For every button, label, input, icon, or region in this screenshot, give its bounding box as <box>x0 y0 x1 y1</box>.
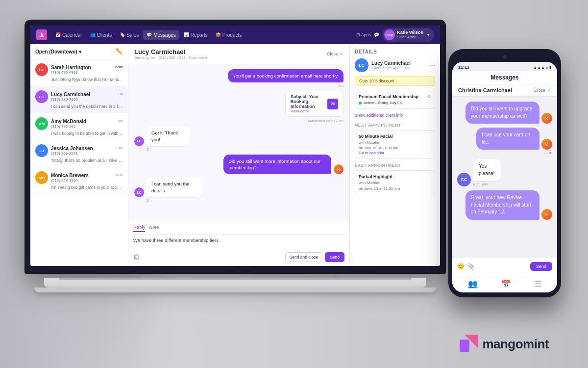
conv-item-lucy[interactable]: LC Lucy Carmichael (917) 330-7160 1m I c… <box>30 86 128 113</box>
calendar-icon: 📅 <box>55 32 61 37</box>
phone-chat-header: Christina Carmichael Close ✓ <box>452 84 557 97</box>
send-button[interactable]: Send <box>325 252 344 262</box>
phone-screen: 11:11 ▲▲▲ ⌾ ▮ Messages Christina Carmich… <box>452 62 557 292</box>
app-content: Open (Downtown) ▾ ✏️ SH <box>30 44 440 266</box>
clients-icon: 👥 <box>90 32 96 37</box>
messages-list: You'll get a booking confirmation email … <box>128 64 349 220</box>
conv-item-monica[interactable]: MB Monica Brewers (513) 958-2910 42m I'm <box>30 167 128 194</box>
avatar-jessica: JJ <box>35 144 48 157</box>
battery-icon: ▮ <box>549 65 551 70</box>
emoji-icon[interactable]: 🙂 <box>457 263 465 270</box>
compose-button[interactable]: ✏️ <box>116 48 123 55</box>
laptop-bezel: 📅 Calendar 👥 Clients 🏷️ Sales 💬 Messages <box>24 20 446 274</box>
nav-messages[interactable]: 💬 Messages <box>143 30 179 40</box>
avatar-amy: AM <box>35 117 48 130</box>
membership-options-icon[interactable]: ⚙ <box>427 94 431 99</box>
keyboard-detail <box>59 278 412 280</box>
incoming-bubble: I can send you the details <box>147 177 203 197</box>
discount-badge: Gets 10% discount <box>355 76 435 86</box>
phone-message-item: Great, your new Revive Facial Membership… <box>457 190 552 220</box>
reports-icon: 📊 <box>184 32 189 37</box>
tab-reply[interactable]: Reply <box>133 224 145 232</box>
phone-device: 11:11 ▲▲▲ ⌾ ▮ Messages Christina Carmich… <box>448 49 561 297</box>
more-options-icon[interactable]: ⋯ <box>430 63 435 68</box>
outgoing-bubble: Did you still want more information abou… <box>223 155 331 175</box>
conversation-list: SH Sarah Harrington (715) 490-4993 now J… <box>30 59 128 266</box>
nav-user-menu[interactable]: KW Katie Wilson Salon Artist ▼ <box>382 28 434 42</box>
phone-close-button[interactable]: Close <box>534 88 545 93</box>
brand-logo: mangomint <box>460 335 549 353</box>
phone-outgoing-bubble: Great, your new Revive Facial Membership… <box>466 190 539 220</box>
phone-send-button[interactable]: Send <box>530 262 552 271</box>
laptop-chin <box>30 266 440 270</box>
phone-nav-menu[interactable]: ☰ <box>535 279 541 289</box>
phone-app-title: Messages <box>452 71 557 84</box>
conv-item-sarah[interactable]: SH Sarah Harrington (715) 490-4993 now J… <box>30 59 128 86</box>
apps-grid-icon: ⊞ <box>356 32 360 37</box>
chevron-down-icon: ▼ <box>426 33 430 37</box>
phone-camera <box>503 55 507 59</box>
nav-chat-icon[interactable]: 💬 <box>374 32 379 37</box>
phone-outgoing-bubble: Did you still want to upgrade your membe… <box>466 102 539 124</box>
phone-status-bar: 11:11 ▲▲▲ ⌾ ▮ <box>452 62 557 71</box>
nav-calendar[interactable]: 📅 Calendar <box>52 30 86 40</box>
nav-products[interactable]: 📦 Products <box>212 30 245 40</box>
close-conversation-button[interactable]: Close ✓ <box>327 52 343 56</box>
next-appointment-label: Next appointment <box>355 123 435 128</box>
message-item: LC I can send you the details 2m <box>134 177 343 203</box>
close-check-icon: ✓ <box>547 88 551 93</box>
phone-bottom-nav: 👥 📅 ☰ <box>452 275 557 292</box>
reply-actions: Send and close Send <box>285 252 344 262</box>
reply-footer: 🖼 Send and close Send <box>133 252 344 262</box>
staff-avatar-phone2: K <box>541 139 552 150</box>
avatar-monica: MB <box>35 171 48 184</box>
phone-nav-clients[interactable]: 👥 <box>468 279 478 289</box>
location-selector[interactable]: Open (Downtown) ▾ <box>35 49 81 54</box>
message-header: Lucy Carmichael Sending from (215) 590-4… <box>128 44 349 64</box>
send-and-close-button[interactable]: Send and close <box>285 252 323 262</box>
phone-messages: Did you still want to upgrade your membe… <box>452 97 557 258</box>
go-to-calendar-link[interactable]: Go to calendar <box>359 151 431 155</box>
laptop-base <box>34 288 436 292</box>
user-info: Katie Wilson Salon Artist <box>397 30 423 40</box>
next-appointment-card: 50 Minute Facial with Natalie on July 16… <box>355 130 435 159</box>
conv-item-jessica[interactable]: JJ Jessica Johansen (315) 369-2291 28m T… <box>30 140 128 167</box>
details-panel: Details LC Lucy Carmichael Client since … <box>349 44 440 266</box>
attachment-icon-phone[interactable]: 📎 <box>467 263 475 270</box>
email-notification: Subject: Your Booking Information View e… <box>285 91 343 117</box>
reply-box: Reply Note We have three different membe… <box>128 220 349 266</box>
last-appointment-card: Partial Highlight with Michael on June 1… <box>355 170 435 195</box>
nav-reports[interactable]: 📊 Reports <box>180 30 211 40</box>
conversations-panel: Open (Downtown) ▾ ✏️ SH <box>30 44 128 266</box>
app-navbar: 📅 Calendar 👥 Clients 🏷️ Sales 💬 Messages <box>30 26 440 44</box>
nav-sales[interactable]: 🏷️ Sales <box>116 30 142 40</box>
phone-nav-calendar[interactable]: 📅 <box>501 279 511 289</box>
laptop-device: 📅 Calendar 👥 Clients 🏷️ Sales 💬 Messages <box>24 20 446 292</box>
laptop-screen: 📅 Calendar 👥 Clients 🏷️ Sales 💬 Messages <box>30 26 440 266</box>
signal-icon: ▲▲▲ <box>533 65 545 70</box>
svg-rect-1 <box>460 340 469 352</box>
email-notification-row: Subject: Your Booking Information View e… <box>246 91 343 123</box>
wifi-icon: ⌾ <box>546 65 548 70</box>
conv-item-amy[interactable]: AM Amy McDonald (310) 733-281 6m I was h… <box>30 113 128 140</box>
outgoing-bubble: You'll get a booking confirmation email … <box>228 69 343 82</box>
avatar-lucy: LC <box>35 90 48 103</box>
products-icon: 📦 <box>216 32 221 37</box>
last-appointment-label: Last appointment <box>355 163 435 168</box>
brand-icon <box>460 335 478 353</box>
reply-input[interactable]: We have three different membership tiers… <box>133 237 344 249</box>
staff-avatar-phone3: K <box>541 209 552 220</box>
sender-avatar: LC <box>134 136 144 146</box>
message-item: You'll get a booking confirmation email … <box>134 69 343 88</box>
phone-message-item: CC Yes please! just now <box>457 159 552 186</box>
staff-avatar: K <box>334 164 343 174</box>
attachment-icon[interactable]: 🖼 <box>133 254 139 261</box>
nav-apps-button[interactable]: ⊞ Apps <box>356 32 371 37</box>
phone-message-item: Did you still want to upgrade your membe… <box>457 102 552 124</box>
show-more-link[interactable]: Show additional client info <box>355 113 435 118</box>
nav-clients[interactable]: 👥 Clients <box>87 30 116 40</box>
email-icon: ✉ <box>327 99 338 109</box>
tab-note[interactable]: Note <box>149 224 159 232</box>
phone-reply-footer: 🙂 📎 Send <box>457 262 552 271</box>
phone-notch <box>490 54 519 60</box>
